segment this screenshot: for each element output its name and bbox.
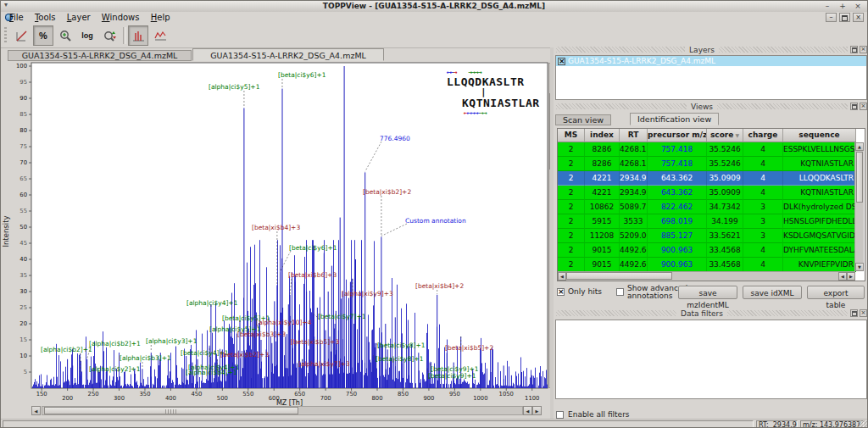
- layer-visibility-checkbox[interactable]: ×: [558, 58, 565, 65]
- table-row[interactable]: 242212934.92643.36235.09094LLQQDKASLTR: [558, 171, 856, 186]
- table-scroll-down[interactable]: ▼: [855, 263, 864, 271]
- peak-annotation[interactable]: 776.4960: [380, 135, 410, 142]
- peak-annotation[interactable]: [beta|ci$y8]+1: [376, 355, 424, 363]
- menu-help[interactable]: Help: [151, 13, 170, 22]
- table-cell[interactable]: 900.963: [648, 243, 707, 258]
- table-cell[interactable]: 4492.67: [620, 243, 648, 258]
- log-intensity-button[interactable]: log: [77, 25, 97, 46]
- views-close-button[interactable]: ×: [860, 103, 867, 110]
- table-cell[interactable]: 4: [743, 171, 783, 186]
- menu-layer[interactable]: Layer: [67, 13, 91, 22]
- peak-annotation[interactable]: [beta|ci$y8]+1: [377, 342, 426, 349]
- peak-annotation[interactable]: [beta|ci$y9]+1: [428, 372, 476, 380]
- column-header-sequence[interactable]: sequence: [783, 129, 856, 142]
- plot-horizontal-scrollbar[interactable]: ◀ ◀ ▶: [31, 406, 542, 415]
- peak-annotation[interactable]: [alpha|ci$y3]+1: [146, 337, 198, 345]
- window-close-button[interactable]: ×: [854, 2, 862, 10]
- table-cell[interactable]: 4221: [585, 171, 620, 186]
- table-row[interactable]: 259153533698.01934.1993HSNSLGPIFDHEDLLK(…: [558, 214, 856, 229]
- peak-annotation[interactable]: [beta|xi$b4]+2: [415, 282, 464, 290]
- export-table-button[interactable]: export table: [807, 286, 865, 299]
- scroll-right-button[interactable]: ▶: [532, 406, 542, 415]
- table-cell[interactable]: 10862: [585, 200, 620, 214]
- table-cell[interactable]: 2934.92: [620, 171, 648, 186]
- zoom-stack-button[interactable]: [99, 25, 120, 46]
- table-cell[interactable]: ESSPKLVELLLNSGS: [783, 142, 856, 157]
- peak-annotation[interactable]: [alpha|ci$b2]+1: [41, 346, 92, 353]
- table-cell[interactable]: DLK(hydrolyzed DSG)PH: [783, 200, 856, 214]
- filters-close-button[interactable]: ×: [860, 309, 867, 317]
- stick-view-button[interactable]: [128, 25, 148, 46]
- table-scroll-right[interactable]: ▶: [847, 272, 855, 281]
- layer-item[interactable]: × GUA1354-S15-A-LRRK2_DSG_A4.mzML: [556, 56, 866, 66]
- table-scroll-left[interactable]: ◀: [558, 272, 566, 281]
- table-row[interactable]: 2112085209.06885.12733.56213KSDLGMQSATVG…: [558, 229, 856, 243]
- save-idxml-button[interactable]: save idXML: [743, 286, 802, 299]
- spectrum-view[interactable]: 5101520253035404550556065707580859095100…: [1, 62, 554, 406]
- menu-tools[interactable]: Tools: [35, 13, 56, 22]
- peak-annotation[interactable]: Custom annotation: [405, 217, 466, 225]
- scroll-left-button-2[interactable]: ◀: [523, 406, 532, 415]
- table-cell[interactable]: 4: [743, 142, 783, 157]
- table-cell[interactable]: 3533: [620, 214, 648, 229]
- table-cell[interactable]: 33.4568: [707, 258, 743, 272]
- identification-table[interactable]: MSindexRTprecursor m/zscore▼chargesequen…: [557, 128, 865, 281]
- peak-annotation[interactable]: [alpha|ci$y4]+1: [186, 299, 238, 307]
- table-cell[interactable]: 35.0909: [707, 171, 743, 186]
- window-maximize-button[interactable]: +: [838, 2, 847, 10]
- document-tab-1[interactable]: GUA1354-S15-A-LRRK2_DSG_A4.mzML: [8, 50, 192, 61]
- table-cell[interactable]: KQTNIASTLAR: [783, 186, 856, 200]
- peak-annotation[interactable]: [alpha|ci$y5]+1: [209, 83, 260, 91]
- mdi-restore-button[interactable]: [839, 13, 850, 22]
- column-header-score[interactable]: score▼: [707, 129, 743, 142]
- scroll-left-button[interactable]: ◀: [31, 406, 41, 415]
- peptide-annotation[interactable]: ←←→→→→→ LLQQDKASLTR | KQTNIASTLAR ←←←←←→…: [440, 69, 552, 117]
- tab-scan-view[interactable]: Scan view: [555, 114, 611, 125]
- table-cell[interactable]: 885.127: [648, 229, 707, 243]
- table-cell[interactable]: 9015: [585, 258, 620, 272]
- show-advanced-checkmark[interactable]: [616, 288, 624, 296]
- table-cell[interactable]: 2: [558, 229, 585, 243]
- only-hits-checkbox[interactable]: × Only hits: [557, 288, 602, 296]
- table-cell[interactable]: KQTNIASTLAR: [783, 157, 856, 171]
- peak-annotation[interactable]: [beta|ci$y7]+1: [318, 313, 366, 320]
- table-cell[interactable]: 3: [743, 229, 783, 243]
- table-cell[interactable]: 4492.67: [620, 258, 648, 272]
- table-cell[interactable]: KNVPIEFPVIDR: [783, 258, 856, 272]
- table-row[interactable]: 290154492.67900.96333.45684DYHFVNATEESDA…: [558, 243, 856, 258]
- peak-annotation[interactable]: [beta|xi$b5]+2: [445, 344, 493, 352]
- intensity-percentage-button[interactable]: %: [33, 25, 53, 46]
- peak-annotation[interactable]: [alpha|xi$y10]+4: [256, 319, 312, 326]
- table-cell[interactable]: 11208: [585, 229, 620, 243]
- window-minimize-button[interactable]: –: [823, 2, 832, 10]
- table-cell[interactable]: 4: [743, 157, 783, 171]
- save-mzidentml-button[interactable]: save mzIdentML: [678, 286, 737, 299]
- table-cell[interactable]: 2: [558, 200, 585, 214]
- window-titlebar[interactable]: ▾ TOPPView - [GUA1354-S15-A-LRRK2_DSG_A4…: [1, 1, 867, 13]
- peak-annotation[interactable]: [beta|xi$b2]+2: [363, 188, 411, 196]
- peak-annotation[interactable]: [alpha|ci$b2]+1: [89, 340, 141, 347]
- table-cell[interactable]: 643.362: [648, 186, 707, 200]
- column-header-rt[interactable]: RT: [620, 129, 648, 142]
- table-vscroll-thumb[interactable]: [856, 152, 863, 203]
- table-cell[interactable]: 2: [558, 157, 585, 171]
- table-cell[interactable]: 34.7342: [707, 200, 743, 214]
- table-cell[interactable]: 35.0909: [707, 186, 743, 200]
- filters-float-button[interactable]: [850, 309, 858, 317]
- layers-list[interactable]: × GUA1354-S15-A-LRRK2_DSG_A4.mzML: [555, 55, 867, 100]
- table-cell[interactable]: 2: [558, 171, 585, 186]
- tab-identification-view[interactable]: Identification view: [630, 113, 719, 125]
- profile-view-button[interactable]: [150, 25, 170, 46]
- table-cell[interactable]: 757.418: [648, 142, 707, 157]
- peak-annotation[interactable]: [beta|xi$b6]+3: [288, 271, 337, 279]
- peak-annotation[interactable]: [beta|ci$y6]+1: [278, 71, 326, 79]
- table-cell[interactable]: 35.5246: [707, 142, 743, 157]
- table-vertical-scrollbar[interactable]: ▲▼: [854, 142, 864, 271]
- peak-annotation[interactable]: [beta|xi$b2]+3: [220, 351, 269, 359]
- peak-annotation[interactable]: [alpha|ci$y2]+1: [89, 365, 141, 373]
- column-header-charge[interactable]: charge: [743, 129, 783, 142]
- table-cell[interactable]: 4: [743, 258, 783, 272]
- enable-filters-checkmark[interactable]: [556, 411, 564, 419]
- table-cell[interactable]: 2934.92: [620, 186, 648, 200]
- table-cell[interactable]: 5089.75: [620, 200, 648, 214]
